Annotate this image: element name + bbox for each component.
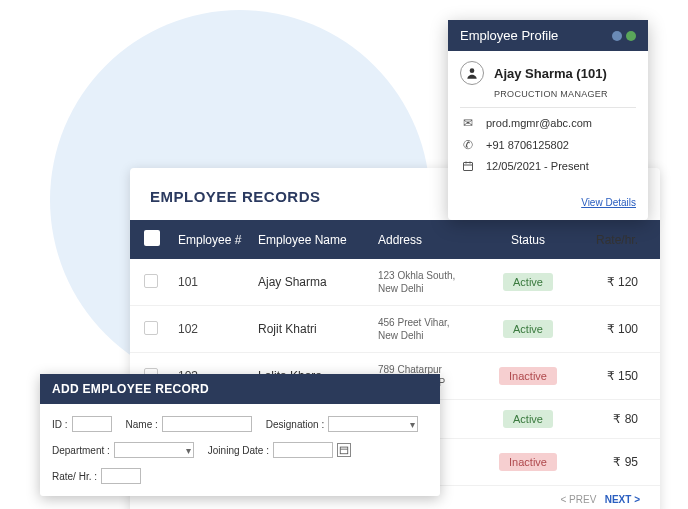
joining-input[interactable] xyxy=(273,442,333,458)
profile-phone: +91 8706125802 xyxy=(486,139,569,151)
status-badge: Inactive xyxy=(499,367,557,385)
svg-rect-1 xyxy=(464,163,473,171)
divider xyxy=(460,107,636,108)
id-input[interactable] xyxy=(72,416,112,432)
id-label: ID : xyxy=(52,419,68,430)
designation-select[interactable]: ▾ xyxy=(328,416,418,432)
cell-rate: ₹ 150 xyxy=(568,369,638,383)
col-rate: Rate/hr. xyxy=(568,233,638,247)
name-input[interactable] xyxy=(162,416,252,432)
col-address: Address xyxy=(378,233,488,247)
cell-rate: ₹ 80 xyxy=(568,412,638,426)
cell-addr: 123 Okhla South,New Delhi xyxy=(378,269,488,295)
cell-rate: ₹ 95 xyxy=(568,455,638,469)
email-icon: ✉ xyxy=(460,116,476,130)
cell-name: Rojit Khatri xyxy=(258,322,378,336)
department-label: Department : xyxy=(52,445,110,456)
cell-num: 101 xyxy=(178,275,258,289)
select-all-checkbox[interactable] xyxy=(144,230,160,246)
status-badge: Inactive xyxy=(499,453,557,471)
status-badge: Active xyxy=(503,273,553,291)
employee-profile-card: Employee Profile Ajay Sharma (101) PROCU… xyxy=(448,20,648,220)
row-checkbox[interactable] xyxy=(144,321,158,335)
profile-name: Ajay Sharma (101) xyxy=(494,66,607,81)
profile-role: PROCUCTION MANAGER xyxy=(494,89,636,99)
records-title: EMPLOYEE RECORDS xyxy=(150,188,321,205)
svg-point-0 xyxy=(470,68,475,73)
department-select[interactable]: ▾ xyxy=(114,442,194,458)
calendar-picker-icon[interactable] xyxy=(337,443,351,457)
status-badge: Active xyxy=(503,320,553,338)
col-employee-name: Employee Name xyxy=(258,233,378,247)
profile-header: Employee Profile xyxy=(448,20,648,51)
add-form-title: ADD EMPLOYEE RECORD xyxy=(40,374,440,404)
status-badge: Active xyxy=(503,410,553,428)
designation-label: Designation : xyxy=(266,419,324,430)
table-row[interactable]: 102 Rojit Khatri 456 Preet Vihar,New Del… xyxy=(130,306,660,353)
prev-link[interactable]: < PREV xyxy=(561,494,597,505)
name-label: Name : xyxy=(126,419,158,430)
cell-rate: ₹ 120 xyxy=(568,275,638,289)
joining-label: Joining Date : xyxy=(208,445,269,456)
cell-name: Ajay Sharma xyxy=(258,275,378,289)
profile-email: prod.mgmr@abc.com xyxy=(486,117,592,129)
cell-addr: 456 Preet Vihar,New Delhi xyxy=(378,316,488,342)
avatar-icon xyxy=(460,61,484,85)
cell-rate: ₹ 100 xyxy=(568,322,638,336)
status-icon[interactable] xyxy=(626,31,636,41)
profile-dates: 12/05/2021 - Present xyxy=(486,160,589,172)
profile-title: Employee Profile xyxy=(460,28,558,43)
table-header: Employee # Employee Name Address Status … xyxy=(130,220,660,259)
row-checkbox[interactable] xyxy=(144,274,158,288)
rate-label: Rate/ Hr. : xyxy=(52,471,97,482)
view-details-link[interactable]: View Details xyxy=(581,197,636,208)
col-employee-num: Employee # xyxy=(178,233,258,247)
cell-num: 102 xyxy=(178,322,258,336)
table-row[interactable]: 101 Ajay Sharma 123 Okhla South,New Delh… xyxy=(130,259,660,306)
add-employee-form: ADD EMPLOYEE RECORD ID : Name : Designat… xyxy=(40,374,440,496)
calendar-icon xyxy=(460,160,476,172)
info-icon[interactable] xyxy=(612,31,622,41)
rate-input[interactable] xyxy=(101,468,141,484)
col-status: Status xyxy=(488,233,568,247)
svg-rect-5 xyxy=(340,447,348,454)
next-link[interactable]: NEXT > xyxy=(605,494,640,505)
phone-icon: ✆ xyxy=(460,138,476,152)
